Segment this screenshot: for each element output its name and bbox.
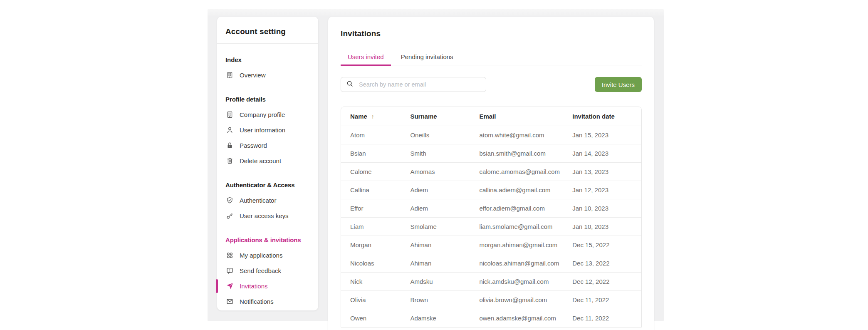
cell-surname: Adiem [401,199,470,217]
sidebar-item-label: User access keys [240,212,289,219]
sidebar-section-profile-details: Profile detailsCompany profileUser infor… [225,92,310,169]
table-row[interactable]: BsianSmithbsian.smith@gmail.comJan 14, 2… [341,144,641,162]
column-label: Surname [410,113,437,120]
table-row[interactable]: OliviaBrownolivia.brown@gmail.comDec 11,… [341,290,641,309]
sidebar-item-authenticator[interactable]: Authenticator [225,193,310,208]
cell-email: olivia.brown@gmail.com [470,290,563,309]
key-icon [225,212,234,220]
search-input[interactable] [358,81,481,88]
cell-date: Dec 13, 2022 [563,254,641,272]
cell-surname: Ahiman [401,236,470,254]
cell-name: Callina [341,181,401,199]
cell-name: Calome [341,162,401,181]
sidebar-item-label: Authenticator [240,197,276,204]
cell-date: Dec 12, 2022 [563,272,641,290]
table-row[interactable]: LiamSmolameliam.smolame@gmail.comJan 10,… [341,217,641,236]
settings-sidebar: Account setting IndexOverviewProfile det… [217,17,318,310]
sidebar-item-password[interactable]: Password [225,138,310,153]
sidebar-item-delete-account[interactable]: Delete account [225,153,310,169]
section-heading: Profile details [225,92,310,107]
cell-email: liam.smolame@gmail.com [470,217,563,236]
cell-date: Jan 12, 2023 [563,181,641,199]
cell-email: nick.amdsku@gmail.com [470,272,563,290]
sort-asc-icon: ↑ [371,113,374,120]
cell-date: Dec 11, 2022 [563,290,641,309]
table-row[interactable]: EfforAdiemeffor.adiem@gmail.comJan 10, 2… [341,199,641,217]
column-label: Name [350,113,367,120]
column-label: Invitation date [572,113,615,120]
search-icon [346,80,354,89]
cell-surname: Oneills [401,126,470,144]
table-row[interactable]: CallinaAdiemcallina.adiem@gmail.comJan 1… [341,181,641,199]
cell-name: Olivia [341,290,401,309]
users-invited-table: Name↑SurnameEmailInvitation date AtomOne… [341,107,642,328]
table-row[interactable]: AtomOneillsatom.white@gmail.comJan 15, 2… [341,126,641,144]
cell-surname: Smith [401,144,470,162]
cell-email: calome.amomas@gmail.com [470,162,563,181]
invite-users-button[interactable]: Invite Users [595,77,642,92]
tab-bar: Users invitedPending invitations [341,53,642,65]
sidebar-title: Account setting [217,17,318,43]
cell-surname: Adiem [401,181,470,199]
lock-icon [225,141,234,150]
cell-email: callina.adiem@gmail.com [470,181,563,199]
table-header-row: Name↑SurnameEmailInvitation date [341,107,641,126]
cell-name: Bsian [341,144,401,162]
column-header-email[interactable]: Email [470,107,563,126]
column-header-invitation-date[interactable]: Invitation date [563,107,641,126]
sidebar-item-label: Notifications [240,298,274,305]
table-row[interactable]: CalomeAmomascalome.amomas@gmail.comJan 1… [341,162,641,181]
sidebar-section-index: IndexOverview [225,52,310,83]
section-heading: Authenticator & Access [225,177,310,193]
cell-email: atom.white@gmail.com [470,126,563,144]
toolbar: Invite Users [341,77,642,92]
sidebar-item-label: Invitations [240,283,268,290]
cell-name: Owen [341,309,401,327]
sidebar-item-user-information[interactable]: User information [225,122,310,138]
table-row[interactable]: NickAmdskunick.amdsku@gmail.comDec 12, 2… [341,272,641,290]
person-icon [225,126,234,134]
feedback-icon [225,267,234,275]
cell-name: Liam [341,217,401,236]
cell-date: Jan 10, 2023 [563,217,641,236]
cell-date: Jan 10, 2023 [563,199,641,217]
table-row[interactable]: NicoloasAhimannicoloas.ahiman@gmail.comD… [341,254,641,272]
envelope-icon [225,298,234,306]
sidebar-item-label: Send feedback [240,267,281,274]
cell-date: Jan 14, 2023 [563,144,641,162]
paper-plane-icon [225,282,234,290]
cell-name: Atom [341,126,401,144]
sidebar-item-overview[interactable]: Overview [225,67,310,83]
building-icon [225,111,234,119]
sidebar-item-label: User information [240,127,285,134]
settings-canvas: Account setting IndexOverviewProfile det… [208,9,664,321]
column-header-name[interactable]: Name↑ [341,107,401,126]
column-header-surname[interactable]: Surname [401,107,470,126]
tab-users-invited[interactable]: Users invited [341,53,391,66]
column-label: Email [479,113,496,120]
building-icon [225,71,234,79]
table-row[interactable]: MorganAhimanmorgan.ahiman@gmail.comDec 1… [341,236,641,254]
sidebar-item-notifications[interactable]: Notifications [225,294,310,309]
sidebar-item-label: Password [240,142,267,149]
cell-date: Jan 15, 2023 [563,126,641,144]
cell-email: bsian.smith@gmail.com [470,144,563,162]
sidebar-item-my-applications[interactable]: My applications [225,248,310,263]
page-title: Invitations [341,29,642,38]
cell-surname: Brown [401,290,470,309]
cell-email: effor.adiem@gmail.com [470,199,563,217]
cell-email: nicoloas.ahiman@gmail.com [470,254,563,272]
table-row[interactable]: OwenAdamskeowen.adamske@gmail.comDec 11,… [341,309,641,327]
sidebar-item-company-profile[interactable]: Company profile [225,107,310,122]
sidebar-item-label: Delete account [240,157,281,164]
invitations-panel: Invitations Users invitedPending invitat… [328,17,654,330]
cell-name: Nicoloas [341,254,401,272]
cell-date: Dec 15, 2022 [563,236,641,254]
cell-surname: Amdsku [401,272,470,290]
sidebar-item-send-feedback[interactable]: Send feedback [225,263,310,278]
sidebar-item-invitations[interactable]: Invitations [225,278,310,294]
cell-surname: Adamske [401,309,470,327]
trash-icon [225,157,234,165]
sidebar-item-user-access-keys[interactable]: User access keys [225,208,310,223]
tab-pending-invitations[interactable]: Pending invitations [394,53,460,66]
